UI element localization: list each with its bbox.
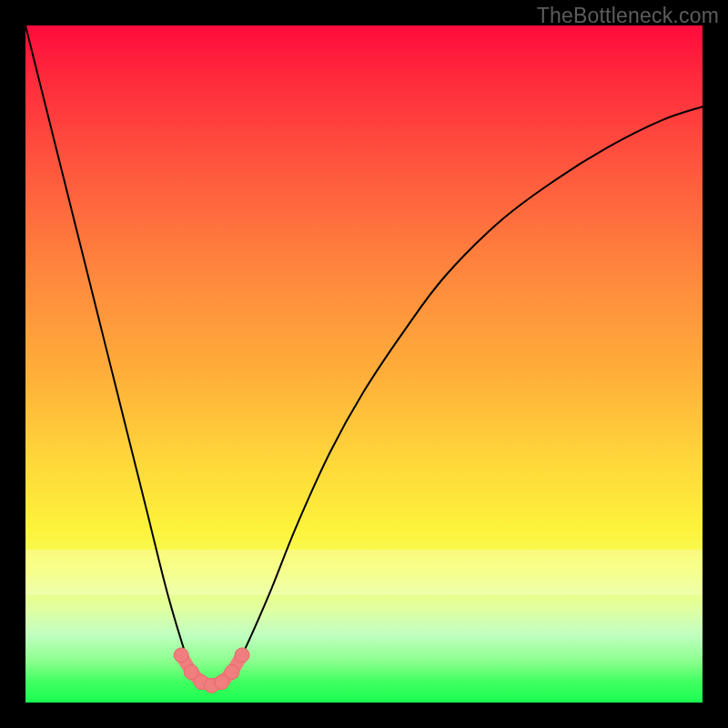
highlight-dots-group xyxy=(174,648,249,693)
bottleneck-curve-line xyxy=(25,25,703,690)
highlight-dot xyxy=(225,665,239,680)
highlight-dot xyxy=(235,648,249,662)
attribution-text: TheBottleneck.com xyxy=(537,4,719,28)
highlight-dot xyxy=(174,648,188,662)
chart-svg xyxy=(25,25,703,703)
